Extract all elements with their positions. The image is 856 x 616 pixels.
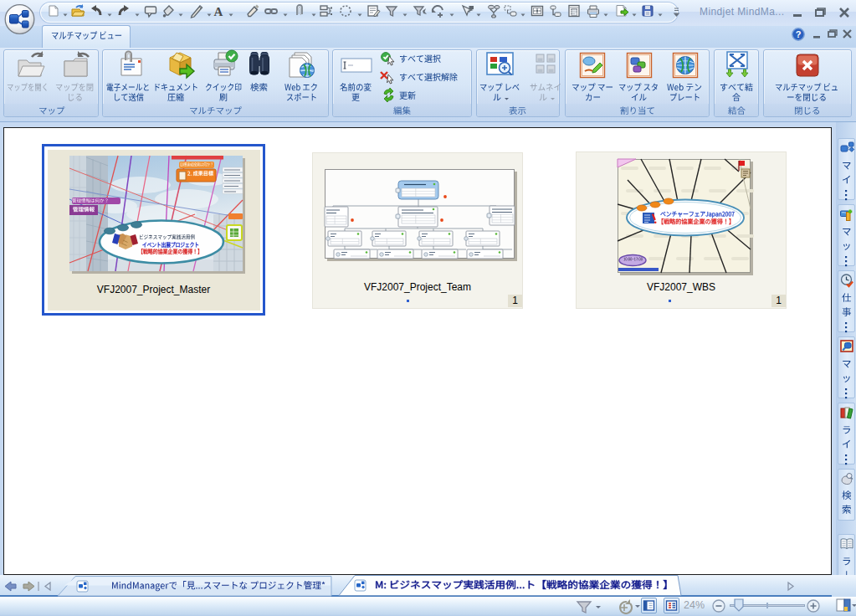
svg-text:?: ? <box>796 29 802 39</box>
svg-text:A: A <box>214 5 223 18</box>
